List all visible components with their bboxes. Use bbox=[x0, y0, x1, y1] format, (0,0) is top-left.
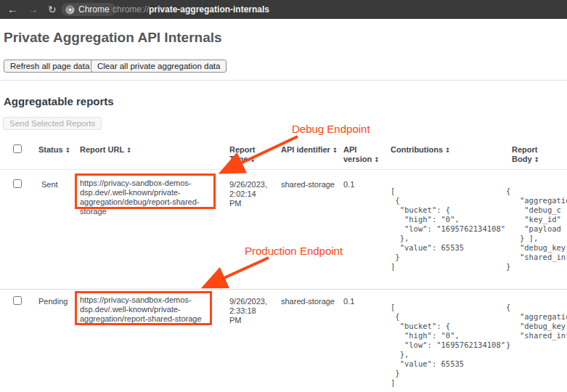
contributions-cell: [ { "bucket": { "high": "0", "low": "169… bbox=[391, 187, 505, 271]
url-field[interactable]: chrome://private-aggregation-internals bbox=[113, 0, 269, 19]
report-url-highlight-box bbox=[75, 173, 216, 209]
row-divider bbox=[0, 289, 567, 290]
column-header-contributions[interactable]: Contributions↕ bbox=[391, 145, 451, 155]
chrome-app-badge: Chrome bbox=[61, 3, 116, 16]
page-title: Private Aggregation API Internals bbox=[4, 30, 222, 46]
status-cell: Pending bbox=[38, 297, 68, 306]
row-checkbox[interactable] bbox=[13, 296, 22, 305]
column-header-api-version[interactable]: API version↕ bbox=[343, 145, 381, 165]
page: ← → ↻ Chrome chrome://private-aggregatio… bbox=[0, 0, 567, 392]
production-endpoint-label: Production Endpoint bbox=[245, 245, 343, 257]
url-scheme: chrome:// bbox=[113, 4, 149, 15]
clear-data-button[interactable]: Clear all private aggregation data bbox=[91, 60, 227, 73]
send-selected-button[interactable]: Send Selected Reports bbox=[3, 117, 102, 130]
sort-icon: ↕ bbox=[65, 147, 71, 154]
sort-icon: ↕ bbox=[445, 147, 451, 154]
report-time-cell: 9/26/2023, 2:02:14 PM bbox=[229, 180, 267, 208]
column-header-report-url[interactable]: Report URL↕ bbox=[80, 145, 132, 155]
row-checkbox[interactable] bbox=[13, 179, 22, 188]
column-header-api-identifier[interactable]: API identifier↕ bbox=[281, 145, 338, 155]
api-version-cell: 0.1 bbox=[343, 297, 354, 306]
back-icon[interactable]: ← bbox=[7, 0, 18, 19]
chrome-logo-icon bbox=[65, 5, 75, 15]
table-header-divider bbox=[0, 169, 567, 170]
sort-icon: ↕ bbox=[333, 147, 338, 154]
api-version-cell: 0.1 bbox=[343, 180, 354, 189]
reload-icon[interactable]: ↻ bbox=[48, 0, 57, 19]
production-arrow bbox=[206, 258, 269, 286]
sort-icon: ↕ bbox=[126, 147, 132, 154]
sort-icon: ↕ bbox=[374, 156, 380, 163]
url-host: private-aggregation-internals bbox=[149, 4, 269, 15]
status-cell: Sent bbox=[41, 180, 58, 189]
section-divider bbox=[0, 80, 567, 81]
debug-endpoint-label: Debug Endpoint bbox=[292, 123, 370, 135]
forward-icon[interactable]: → bbox=[28, 0, 38, 19]
api-identifier-cell: shared-storage bbox=[281, 297, 335, 306]
sort-icon: ↕ bbox=[534, 156, 540, 163]
section-title: Aggregatable reports bbox=[4, 95, 114, 107]
column-header-status[interactable]: Status↕ bbox=[38, 145, 70, 155]
report-time-cell: 9/26/2023, 2:33:18 PM bbox=[229, 297, 267, 325]
select-all-checkbox[interactable] bbox=[13, 144, 22, 153]
column-header-report-time[interactable]: Report Time↕ bbox=[229, 145, 266, 165]
chrome-app-label: Chrome bbox=[78, 4, 110, 15]
report-url-highlight-box bbox=[75, 291, 212, 325]
report-body-cell: { "aggregatio "debug_key" "shared_inf } bbox=[506, 303, 567, 350]
column-header-report-body[interactable]: Report Body↕ bbox=[512, 145, 567, 165]
contributions-cell: [ { "bucket": { "high": "0", "low": "169… bbox=[391, 303, 505, 388]
api-identifier-cell: shared-storage bbox=[281, 180, 335, 189]
report-body-cell: { "aggregatio "debug_c "key_id" "payload… bbox=[506, 187, 567, 271]
sort-icon: ↕ bbox=[250, 156, 256, 163]
refresh-button[interactable]: Refresh all page data bbox=[4, 60, 96, 73]
